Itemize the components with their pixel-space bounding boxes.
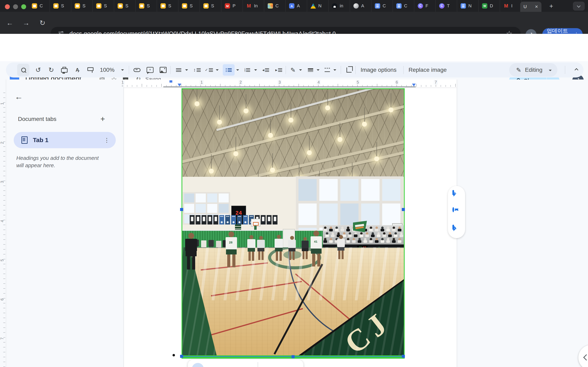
window-pane (319, 203, 337, 225)
browser-tab[interactable]: S (136, 0, 157, 12)
insert-image-icon[interactable] (159, 62, 168, 77)
right-indent-marker[interactable] (412, 83, 416, 86)
increase-indent-icon[interactable]: ▶ (274, 62, 284, 77)
browser-tab[interactable]: N (457, 0, 479, 12)
headings-hint-line2: will appear here. (16, 162, 55, 169)
ceiling-lamp (389, 108, 393, 112)
align-icon[interactable] (174, 62, 183, 77)
border-color-pen-icon[interactable]: ✎ (289, 62, 297, 77)
resize-handle-left[interactable] (180, 208, 183, 211)
browser-tab[interactable]: C (29, 0, 50, 12)
decrease-indent-icon[interactable]: ◀ (261, 62, 270, 77)
browser-tab[interactable]: S (200, 0, 221, 12)
suggest-edits-icon[interactable]: ✎ (452, 225, 454, 229)
left-indent-marker[interactable] (178, 83, 181, 86)
h-ruler-number: 5 (356, 80, 360, 85)
bulleted-list-caret-icon[interactable] (234, 62, 241, 77)
tab-close-icon[interactable]: ✕ (535, 4, 538, 9)
resize-handle-bottom-center[interactable] (292, 355, 295, 358)
spectator-shirt (382, 234, 386, 237)
add-tab-button[interactable]: + (100, 115, 105, 123)
browser-tab[interactable]: AA (286, 0, 307, 12)
window-pane (207, 193, 217, 202)
spectator-shirt (369, 240, 373, 243)
browser-tab[interactable]: MP (222, 0, 243, 12)
browser-tab[interactable]: S (71, 0, 93, 12)
resize-handle-bottom-left[interactable] (180, 355, 183, 358)
emoji-reaction-icon[interactable] (452, 208, 454, 212)
new-tab-button[interactable]: + (547, 2, 556, 10)
spellcheck-icon[interactable]: A (73, 62, 82, 77)
search-icon[interactable] (19, 62, 27, 77)
browser-tab[interactable]: S (179, 0, 200, 12)
checklist-caret-icon[interactable] (214, 62, 220, 77)
tab1-menu-icon[interactable]: ⋮ (104, 137, 110, 143)
window-close-button[interactable] (5, 4, 10, 9)
browser-tab[interactable]: WD (479, 0, 500, 12)
tab-title: In (254, 3, 258, 8)
resize-handle-right[interactable] (402, 208, 405, 211)
browser-tab-active[interactable]: U ✕ (520, 2, 541, 12)
browser-tab[interactable]: CT (436, 0, 457, 12)
browser-tab[interactable]: MIn (243, 0, 264, 12)
sidebar-item-tab1[interactable]: Tab 1 ⋮ (14, 132, 116, 148)
bottom-popup-card[interactable] (188, 360, 303, 367)
line-spacing-icon[interactable]: ↕ (192, 62, 202, 77)
undo-icon[interactable]: ↺ (34, 62, 43, 77)
numbered-list-caret-icon[interactable] (252, 62, 259, 77)
window-minimize-button[interactable] (13, 4, 18, 9)
forward-button[interactable]: → (20, 17, 32, 29)
border-color-caret-icon[interactable] (297, 62, 303, 77)
tab-title: I (511, 3, 512, 8)
paint-format-icon[interactable] (86, 62, 95, 77)
browser-tab[interactable]: S (50, 0, 71, 12)
border-dash-icon[interactable] (323, 62, 332, 77)
ceiling-lamp (288, 118, 293, 123)
replace-image-button[interactable]: Replace image (408, 62, 447, 77)
selected-image[interactable]: 24 7 2 18 64 (182, 88, 405, 356)
crop-image-icon[interactable] (344, 62, 354, 77)
window-zoom-button[interactable] (21, 4, 26, 9)
browser-tab[interactable]: CF (415, 0, 436, 12)
browser-tab[interactable]: MI (500, 0, 521, 12)
image-options-button[interactable]: Image options (361, 62, 397, 77)
browser-tab[interactable]: N (307, 0, 329, 12)
show-side-panel-button[interactable] (579, 345, 588, 367)
zoom-select[interactable]: 100% (97, 62, 117, 77)
redo-icon[interactable]: ↻ (47, 62, 56, 77)
bulleted-list-icon[interactable] (224, 62, 233, 77)
border-dash-caret-icon[interactable] (332, 62, 338, 77)
zoom-caret-icon[interactable] (120, 62, 126, 77)
browser-tab[interactable]: in (329, 0, 350, 12)
print-icon[interactable] (60, 62, 69, 77)
checklist-icon[interactable]: ✓ (204, 62, 213, 77)
back-button[interactable]: ← (4, 17, 16, 29)
border-weight-caret-icon[interactable] (315, 62, 321, 77)
browser-tab[interactable]: C (264, 0, 286, 12)
resize-handle-bottom-right[interactable] (402, 355, 405, 358)
jersey-banner (273, 215, 277, 225)
reload-button[interactable]: ↻ (37, 17, 48, 29)
hide-menus-button[interactable] (571, 62, 581, 77)
align-caret-icon[interactable] (183, 62, 190, 77)
add-comment-margin-icon[interactable]: + (452, 191, 454, 194)
editing-caret-icon (549, 70, 552, 73)
v-ruler-number: 1 (0, 101, 4, 106)
numbered-list-icon[interactable]: 123 (242, 62, 252, 77)
browser-tab[interactable]: S (157, 0, 178, 12)
browser-tab[interactable]: C (393, 0, 414, 12)
editing-mode-dropdown[interactable]: ✎ Editing (509, 63, 557, 77)
tab-overflow-button[interactable] (573, 2, 585, 11)
browser-tab[interactable]: C (372, 0, 393, 12)
border-weight-icon[interactable] (306, 62, 315, 77)
insert-link-icon[interactable] (132, 62, 141, 77)
add-comment-icon[interactable]: + (146, 62, 155, 77)
browser-tab[interactable]: S (93, 0, 114, 12)
browser-tab[interactable]: A (350, 0, 371, 12)
browser-tab[interactable]: S (114, 0, 136, 12)
first-line-indent-marker[interactable] (169, 80, 172, 83)
tab-title: S (168, 3, 171, 8)
window-pane (219, 204, 229, 213)
spectator-shirt (329, 229, 333, 231)
sidebar-back-button[interactable]: ← (15, 92, 23, 101)
